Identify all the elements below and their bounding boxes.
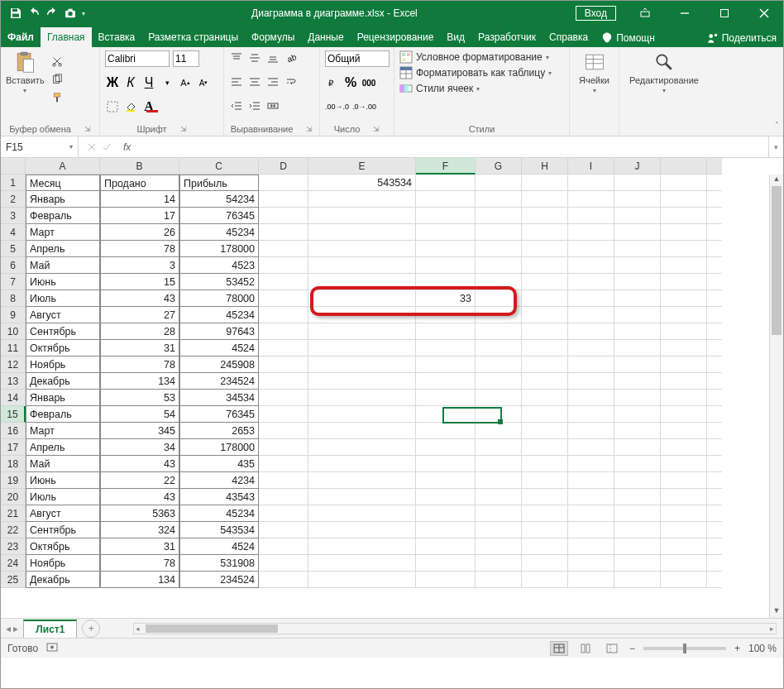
cell[interactable]	[259, 274, 308, 290]
minimize-icon[interactable]	[666, 1, 704, 26]
cell[interactable]	[707, 538, 722, 555]
cell[interactable]	[522, 274, 568, 290]
cell[interactable]	[614, 555, 661, 572]
row-header[interactable]: 24	[1, 555, 26, 572]
cell[interactable]	[416, 257, 476, 274]
cell[interactable]	[476, 175, 522, 191]
cell[interactable]	[416, 572, 476, 588]
row-header[interactable]: 18	[1, 456, 26, 472]
cell[interactable]: Август	[26, 307, 100, 323]
undo-icon[interactable]	[27, 7, 41, 20]
decrease-decimal-icon[interactable]: .0→.00	[352, 99, 376, 114]
cell[interactable]	[614, 572, 661, 588]
cell[interactable]: 17	[100, 208, 179, 224]
cell[interactable]	[661, 538, 707, 555]
cell[interactable]: Сентябрь	[26, 522, 100, 538]
cell[interactable]	[476, 356, 522, 373]
cell[interactable]	[707, 307, 722, 323]
paste-button[interactable]: Вставить ▾	[6, 50, 45, 105]
cell[interactable]	[259, 323, 308, 340]
cell-styles-button[interactable]: Стили ячеек▾	[399, 82, 564, 95]
cell[interactable]	[707, 323, 722, 340]
increase-decimal-icon[interactable]: .00→.0	[325, 99, 349, 114]
format-painter-icon[interactable]	[50, 90, 65, 105]
cell[interactable]: 45234	[179, 505, 259, 522]
zoom-slider[interactable]	[643, 647, 726, 650]
cell[interactable]	[416, 489, 476, 505]
cell[interactable]	[476, 290, 522, 307]
cell[interactable]: 14	[100, 191, 179, 208]
fx-icon[interactable]: fx	[120, 136, 134, 157]
cell[interactable]	[416, 307, 476, 323]
cell[interactable]: Март	[26, 423, 100, 439]
cell[interactable]	[476, 456, 522, 472]
cell[interactable]	[308, 241, 416, 257]
cell[interactable]: Февраль	[26, 208, 100, 224]
cell[interactable]	[522, 307, 568, 323]
cell[interactable]	[308, 505, 416, 522]
cell[interactable]	[476, 241, 522, 257]
row-header[interactable]: 25	[1, 572, 26, 588]
row-header[interactable]: 7	[1, 274, 26, 290]
cell[interactable]	[522, 290, 568, 307]
cell[interactable]: Апрель	[26, 241, 100, 257]
cell[interactable]	[707, 208, 722, 224]
cell[interactable]: Октябрь	[26, 538, 100, 555]
cell[interactable]	[614, 340, 661, 356]
cell[interactable]	[416, 538, 476, 555]
col-header[interactable]: G	[476, 158, 522, 175]
cell[interactable]	[476, 572, 522, 588]
cell[interactable]: 43	[100, 456, 179, 472]
tab-data[interactable]: Данные	[301, 27, 350, 47]
cell[interactable]	[522, 522, 568, 538]
cell[interactable]	[476, 257, 522, 274]
cell[interactable]	[476, 390, 522, 406]
cell[interactable]: 34534	[179, 390, 259, 406]
cell[interactable]: 345	[100, 423, 179, 439]
cell[interactable]	[707, 224, 722, 241]
percent-icon[interactable]: %	[343, 75, 358, 90]
cell[interactable]	[707, 505, 722, 522]
cell[interactable]	[308, 572, 416, 588]
cell[interactable]	[568, 340, 614, 356]
cell[interactable]	[614, 489, 661, 505]
cell[interactable]	[568, 356, 614, 373]
macro-record-icon[interactable]	[46, 641, 58, 655]
cell[interactable]: 543534	[308, 175, 416, 191]
cell[interactable]	[416, 241, 476, 257]
cell[interactable]	[476, 439, 522, 456]
cell[interactable]	[476, 555, 522, 572]
new-sheet-icon[interactable]: +	[82, 620, 100, 638]
col-header[interactable]: A	[26, 158, 100, 175]
cell[interactable]	[707, 489, 722, 505]
cell[interactable]	[707, 572, 722, 588]
align-center-icon[interactable]	[247, 74, 262, 89]
cell[interactable]	[568, 224, 614, 241]
cell[interactable]	[259, 257, 308, 274]
cell[interactable]	[614, 257, 661, 274]
align-left-icon[interactable]	[229, 74, 244, 89]
editing-button[interactable]: Редактирование ▾	[624, 50, 704, 94]
row-header[interactable]: 22	[1, 522, 26, 538]
cell[interactable]: Октябрь	[26, 340, 100, 356]
col-header[interactable]: H	[522, 158, 568, 175]
cell[interactable]: Ноябрь	[26, 356, 100, 373]
cell[interactable]	[416, 555, 476, 572]
cell[interactable]: 31	[100, 538, 179, 555]
cell[interactable]: 34	[100, 439, 179, 456]
row-header[interactable]: 16	[1, 423, 26, 439]
align-top-icon[interactable]	[229, 50, 244, 65]
cell[interactable]	[661, 208, 707, 224]
formula-input[interactable]	[134, 136, 768, 157]
cell[interactable]: 76345	[179, 208, 259, 224]
cell[interactable]	[522, 472, 568, 489]
row-header[interactable]: 20	[1, 489, 26, 505]
col-header[interactable]: D	[259, 158, 308, 175]
cell[interactable]	[259, 208, 308, 224]
row-header[interactable]: 9	[1, 307, 26, 323]
cell[interactable]: Месяц	[26, 175, 100, 191]
merge-icon[interactable]	[265, 98, 280, 113]
cell[interactable]	[568, 373, 614, 390]
cell[interactable]	[522, 390, 568, 406]
cell[interactable]	[707, 522, 722, 538]
